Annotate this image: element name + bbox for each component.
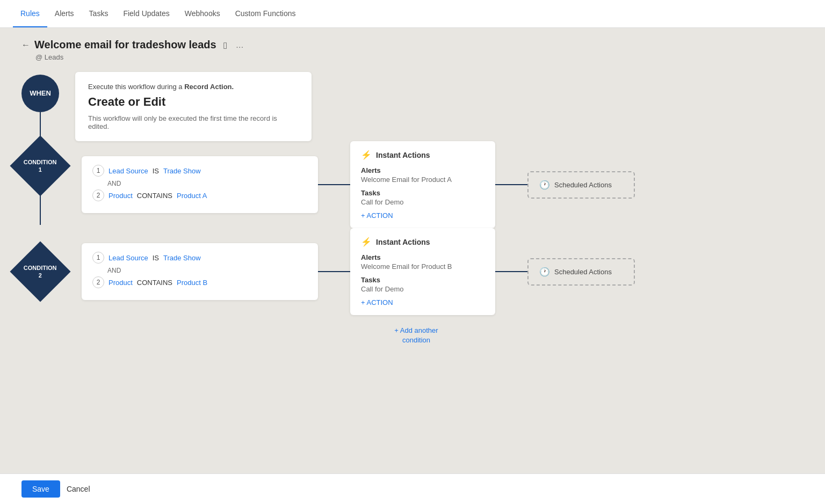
condition2-scheduled-actions[interactable]: 🕐 Scheduled Actions <box>527 258 635 286</box>
alerts-value-1: Welcome Email for Product A <box>361 176 484 184</box>
condition1-rule1: 1 Lead Source IS Trade Show <box>92 165 307 177</box>
cond2-rule2-op: CONTAINS <box>137 279 172 287</box>
tab-custom-functions[interactable]: Custom Functions <box>228 1 303 27</box>
condition2-rule1: 1 Lead Source IS Trade Show <box>92 252 307 264</box>
tasks-label-1: Tasks <box>361 189 484 197</box>
scheduled-label-2: Scheduled Actions <box>554 268 612 276</box>
bottom-bar: Save Cancel <box>0 473 825 504</box>
cond2-rule1-op: IS <box>153 254 159 262</box>
tab-tasks[interactable]: Tasks <box>82 1 116 27</box>
clock-icon-1: 🕐 <box>539 180 550 190</box>
h-connector-2 <box>318 271 350 272</box>
action-desc: This workflow will only be executed the … <box>88 114 299 130</box>
condition1-scheduled-actions[interactable]: 🕐 Scheduled Actions <box>527 171 635 199</box>
tasks-value-1: Call for Demo <box>361 198 484 206</box>
tab-alerts[interactable]: Alerts <box>47 1 82 27</box>
h-connector-1 <box>318 184 350 185</box>
top-nav: Rules Alerts Tasks Field Updates Webhook… <box>0 0 825 28</box>
rule-badge-3: 1 <box>92 252 104 264</box>
rule2-op: CONTAINS <box>137 192 172 200</box>
clock-icon-2: 🕐 <box>539 267 550 277</box>
cond2-rule2-field: Product <box>108 279 133 287</box>
instant-actions-header-2: ⚡ Instant Actions <box>361 237 484 247</box>
save-button[interactable]: Save <box>21 480 60 498</box>
add-action-btn-2[interactable]: + ACTION <box>361 298 484 306</box>
condition2-card[interactable]: 1 Lead Source IS Trade Show AND 2 Produc… <box>82 243 318 300</box>
condition1-row: CONDITION 1 1 Lead Source IS Trade Show … <box>21 141 804 228</box>
tasks-value-2: Call for Demo <box>361 285 484 293</box>
bolt-icon-2: ⚡ <box>361 237 372 247</box>
when-row: WHEN Execute this workflow during a Reco… <box>21 72 804 141</box>
condition1-rule2: 2 Product CONTAINS Product A <box>92 189 307 201</box>
v-line-1 <box>40 112 41 139</box>
condition1-instant-actions[interactable]: ⚡ Instant Actions Alerts Welcome Email f… <box>350 141 495 228</box>
condition1-spine: CONDITION 1 <box>21 144 59 225</box>
condition2-instant-actions[interactable]: ⚡ Instant Actions Alerts Welcome Email f… <box>350 228 495 315</box>
rule1-field: Lead Source <box>108 167 148 175</box>
bolt-icon-1: ⚡ <box>361 150 372 160</box>
cancel-button[interactable]: Cancel <box>67 485 90 493</box>
execute-text: Execute this workflow during a Record Ac… <box>88 83 299 91</box>
back-arrow-icon[interactable]: ← <box>21 40 30 50</box>
condition2-and: AND <box>107 267 307 274</box>
alerts-value-2: Welcome Email for Product B <box>361 262 484 271</box>
rule-badge-2: 2 <box>92 189 104 201</box>
page-subtitle: @ Leads <box>35 53 804 61</box>
page-header: ← Welcome email for tradeshow leads ▯ … … <box>0 28 825 67</box>
condition2-spine: CONDITION 2 <box>21 250 59 293</box>
h-connector-right-1 <box>495 184 527 185</box>
rule2-field: Product <box>108 192 133 200</box>
instant-actions-header-1: ⚡ Instant Actions <box>361 150 484 160</box>
alerts-label-2: Alerts <box>361 253 484 261</box>
flow-canvas: WHEN Execute this workflow during a Reco… <box>0 67 825 399</box>
rule-badge-4: 2 <box>92 276 104 288</box>
condition1-card[interactable]: 1 Lead Source IS Trade Show AND 2 Produc… <box>82 156 318 213</box>
copy-icon[interactable]: ▯ <box>221 39 229 51</box>
scheduled-label-1: Scheduled Actions <box>554 181 612 189</box>
rule1-op: IS <box>153 167 159 175</box>
cond2-rule2-value: Product B <box>177 279 207 287</box>
condition2-node[interactable]: CONDITION 2 <box>10 241 70 302</box>
when-card[interactable]: Execute this workflow during a Record Ac… <box>75 72 312 141</box>
add-action-btn-1[interactable]: + ACTION <box>361 211 484 220</box>
cond2-rule1-field: Lead Source <box>108 254 148 262</box>
rule1-value: Trade Show <box>163 167 201 175</box>
condition1-and: AND <box>107 180 307 187</box>
instant-actions-title-2: Instant Actions <box>376 238 430 246</box>
rule2-value: Product A <box>177 192 207 200</box>
tasks-label-2: Tasks <box>361 276 484 284</box>
tab-rules[interactable]: Rules <box>13 1 47 27</box>
instant-actions-title-1: Instant Actions <box>376 151 430 159</box>
alerts-label-1: Alerts <box>361 166 484 174</box>
more-options-icon[interactable]: … <box>234 39 246 50</box>
add-condition-button[interactable]: + Add another condition <box>29 326 804 345</box>
condition2-row: CONDITION 2 1 Lead Source IS Trade Show … <box>21 228 804 315</box>
cond2-rule1-value: Trade Show <box>163 254 201 262</box>
condition2-rule2: 2 Product CONTAINS Product B <box>92 276 307 288</box>
rule-badge-1: 1 <box>92 165 104 177</box>
tab-webhooks[interactable]: Webhooks <box>177 1 228 27</box>
tab-field-updates[interactable]: Field Updates <box>115 1 177 27</box>
action-title: Create or Edit <box>88 95 299 109</box>
when-node[interactable]: WHEN <box>21 75 59 112</box>
page-title: Welcome email for tradeshow leads <box>34 39 216 51</box>
h-connector-right-2 <box>495 271 527 272</box>
condition1-node[interactable]: CONDITION 1 <box>10 135 70 196</box>
when-spine: WHEN <box>21 75 59 139</box>
